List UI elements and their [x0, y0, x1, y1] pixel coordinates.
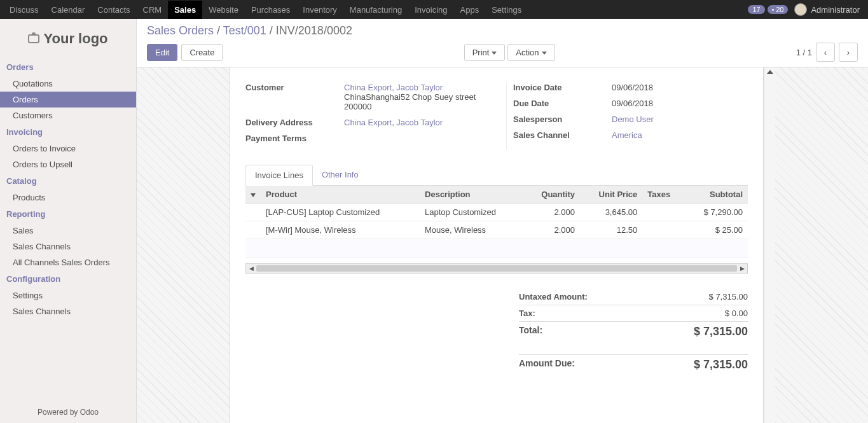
value-tax: $ 0.00 [725, 309, 748, 318]
label-delivery: Delivery Address [245, 118, 344, 127]
value-total: $ 7,315.00 [694, 325, 748, 338]
print-dropdown[interactable]: Print [464, 44, 506, 61]
label-sales-channel: Sales Channel [513, 130, 612, 140]
breadcrumb-current: INV/2018/0002 [276, 24, 352, 37]
label-salesperson: Salesperson [513, 114, 612, 124]
totals: Untaxed Amount: $ 7,315.00 Tax: $ 0.00 T… [519, 289, 748, 375]
create-button[interactable]: Create [181, 44, 223, 61]
nav-apps[interactable]: Apps [454, 1, 486, 19]
sidebar-item-orders-to-invoice[interactable]: Orders to Invoice [0, 141, 136, 156]
sidebar: Your logo OrdersQuotationsOrdersCustomer… [0, 19, 137, 423]
cell-price: 12.50 [580, 221, 642, 239]
sidebar-section-catalog: Catalog [0, 172, 136, 190]
control-panel: Sales Orders / Test/001 / INV/2018/0002 … [137, 19, 868, 67]
user-menu[interactable]: Administrator [794, 3, 865, 16]
dropdown-icon[interactable] [251, 193, 256, 197]
nav-website[interactable]: Website [202, 1, 245, 19]
cell-subtotal: $ 7,290.00 [685, 204, 748, 221]
breadcrumb: Sales Orders / Test/001 / INV/2018/0002 [147, 24, 858, 38]
pager-prev[interactable]: ‹ [816, 43, 835, 62]
nav-sales[interactable]: Sales [168, 1, 202, 19]
nav-invoicing[interactable]: Invoicing [408, 1, 453, 19]
sidebar-item-sales-channels[interactable]: Sales Channels [0, 303, 136, 319]
nav-crm[interactable]: CRM [137, 1, 169, 19]
sidebar-item-sales[interactable]: Sales [0, 223, 136, 239]
customer-address: ChinaShanghai52 Chop Suey street 200000 [344, 92, 476, 111]
user-name: Administrator [811, 5, 860, 15]
form-sheet: Customer China Export, Jacob Taylor Chin… [230, 67, 764, 423]
label-customer: Customer [245, 83, 344, 111]
badge-messages[interactable]: 20 [768, 5, 789, 14]
tabs: Invoice Lines Other Info [245, 165, 748, 186]
sidebar-item-orders[interactable]: Orders [0, 92, 136, 107]
value-amount-due: $ 7,315.00 [694, 358, 748, 371]
table-row[interactable]: [M-Wir] Mouse, WirelessMouse, Wireless2.… [245, 221, 748, 239]
label-untaxed: Untaxed Amount: [519, 292, 588, 302]
cell-qty: 2.000 [524, 221, 580, 239]
edit-button[interactable]: Edit [147, 44, 177, 61]
pager: 1 / 1 ‹ › [796, 43, 858, 62]
col-product[interactable]: Product [261, 186, 420, 204]
camera-icon [28, 34, 39, 43]
action-dropdown[interactable]: Action [507, 44, 555, 61]
sidebar-section-orders: Orders [0, 59, 136, 76]
cell-product: [LAP-CUS] Laptop Customized [261, 204, 420, 221]
breadcrumb-root[interactable]: Sales Orders [147, 24, 214, 37]
cell-subtotal: $ 25.00 [685, 221, 748, 239]
chevron-down-icon [542, 52, 547, 55]
comment-icon [772, 6, 775, 13]
sidebar-item-sales-channels[interactable]: Sales Channels [0, 239, 136, 254]
cell-qty: 2.000 [524, 204, 580, 221]
cell-taxes [642, 204, 684, 221]
pager-text: 1 / 1 [796, 48, 812, 57]
sidebar-item-customers[interactable]: Customers [0, 107, 136, 123]
nav-manufacturing[interactable]: Manufacturing [343, 1, 408, 19]
value-due-date: 09/06/2018 [612, 99, 748, 108]
sidebar-item-settings[interactable]: Settings [0, 288, 136, 303]
cell-description: Laptop Customized [420, 204, 524, 221]
sidebar-section-invoicing: Invoicing [0, 123, 136, 141]
nav-discuss[interactable]: Discuss [3, 1, 45, 19]
invoice-lines-table: Product Description Quantity Unit Price … [245, 186, 748, 258]
label-amount-due: Amount Due: [519, 358, 575, 371]
label-payment-terms: Payment Terms [245, 134, 344, 143]
logo[interactable]: Your logo [0, 19, 136, 59]
sidebar-item-products[interactable]: Products [0, 190, 136, 205]
sidebar-item-all-channels-sales-orders[interactable]: All Channels Sales Orders [0, 254, 136, 270]
sidebar-item-quotations[interactable]: Quotations [0, 76, 136, 92]
badge-warning[interactable]: 17 [748, 5, 764, 14]
col-subtotal[interactable]: Subtotal [685, 186, 748, 204]
sidebar-item-orders-to-upsell[interactable]: Orders to Upsell [0, 156, 136, 172]
table-row[interactable]: [LAP-CUS] Laptop CustomizedLaptop Custom… [245, 204, 748, 221]
vertical-scrollbar[interactable] [764, 67, 775, 423]
tab-other-info[interactable]: Other Info [313, 165, 368, 185]
label-total: Total: [519, 325, 542, 338]
col-description[interactable]: Description [420, 186, 524, 204]
nav-contacts[interactable]: Contacts [91, 1, 136, 19]
nav-calendar[interactable]: Calendar [45, 1, 92, 19]
salesperson-link[interactable]: Demo User [612, 114, 654, 124]
value-invoice-date: 09/06/2018 [612, 83, 748, 92]
col-quantity[interactable]: Quantity [524, 186, 580, 204]
powered-by[interactable]: Powered by Odoo [0, 401, 136, 423]
tab-invoice-lines[interactable]: Invoice Lines [245, 165, 313, 186]
scroll-left-icon[interactable]: ◀ [246, 265, 256, 272]
horizontal-scrollbar[interactable]: ◀ ▶ [245, 263, 748, 274]
scroll-right-icon[interactable]: ▶ [737, 265, 747, 272]
nav-settings[interactable]: Settings [485, 1, 528, 19]
chevron-down-icon [492, 52, 497, 55]
cell-price: 3,645.00 [580, 204, 642, 221]
nav-purchases[interactable]: Purchases [245, 1, 296, 19]
label-invoice-date: Invoice Date [513, 83, 612, 92]
customer-link[interactable]: China Export, Jacob Taylor [344, 83, 443, 92]
avatar-icon [794, 3, 807, 16]
nav-inventory[interactable]: Inventory [296, 1, 343, 19]
col-unit-price[interactable]: Unit Price [580, 186, 642, 204]
value-untaxed: $ 7,315.00 [709, 292, 748, 302]
sales-channel-link[interactable]: America [612, 130, 642, 140]
label-tax: Tax: [519, 309, 535, 318]
delivery-link[interactable]: China Export, Jacob Taylor [344, 118, 443, 127]
col-taxes[interactable]: Taxes [642, 186, 684, 204]
breadcrumb-parent[interactable]: Test/001 [223, 24, 266, 37]
pager-next[interactable]: › [839, 43, 858, 62]
